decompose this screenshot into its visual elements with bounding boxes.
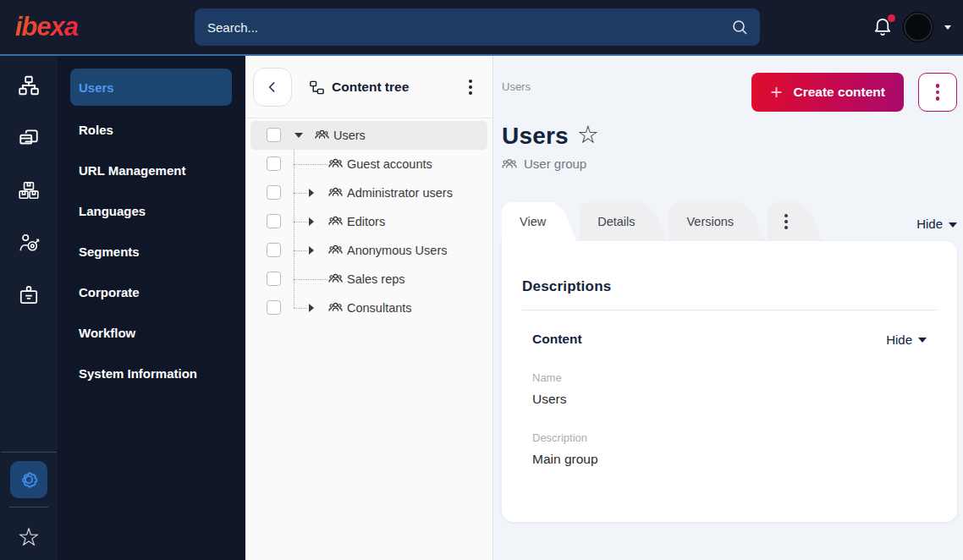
plus-icon	[770, 83, 782, 102]
tree-item-consultants[interactable]: Consultants	[250, 294, 487, 322]
ibexa-logo[interactable]: ibexa	[15, 12, 195, 42]
checkbox[interactable]	[267, 243, 281, 257]
field-label: Description	[532, 431, 927, 444]
content-heading: Content	[532, 332, 582, 347]
tree-item-editors[interactable]: Editors	[250, 207, 487, 236]
descriptions-heading: Descriptions	[522, 278, 937, 295]
top-bar: ibexa	[0, 0, 963, 56]
user-group-icon	[328, 215, 343, 228]
tab-more-button[interactable]	[768, 202, 800, 241]
content-tree-header: Content tree	[245, 56, 493, 107]
main-content: Users Create content Users User group	[493, 56, 963, 560]
gear-icon	[18, 469, 40, 491]
collapse-tree-button[interactable]	[253, 68, 292, 107]
search-input[interactable]	[195, 8, 760, 46]
checkbox[interactable]	[267, 300, 281, 315]
id-badge-icon	[18, 284, 40, 306]
breadcrumb[interactable]: Users	[502, 80, 531, 93]
favorite-star-icon[interactable]	[577, 120, 599, 149]
divider	[522, 310, 937, 310]
tree-item-guest-accounts[interactable]: Guest accounts	[250, 150, 487, 178]
field-label: Name	[532, 371, 927, 384]
topbar-right-cluster	[872, 13, 951, 41]
collapse-caret-icon[interactable]	[294, 133, 303, 138]
expand-caret-icon[interactable]	[309, 189, 314, 197]
user-avatar[interactable]	[904, 13, 933, 41]
checkbox[interactable]	[267, 185, 281, 200]
pages-icon	[18, 127, 40, 149]
settings-button[interactable]	[10, 461, 47, 498]
global-search	[195, 8, 760, 46]
user-group-icon	[328, 157, 343, 170]
sidebar-item-products[interactable]	[18, 179, 40, 201]
hide-tabs-control[interactable]: Hide	[916, 217, 957, 241]
content-type-label: User group	[502, 156, 957, 171]
icon-rail	[0, 56, 58, 560]
chevron-down-icon	[949, 222, 957, 228]
person-target-icon	[18, 232, 40, 254]
expand-caret-icon[interactable]	[309, 304, 314, 312]
sidebar-item-pages[interactable]	[18, 127, 40, 149]
content-options-button[interactable]	[918, 73, 957, 112]
boxes-icon	[18, 179, 40, 201]
tab-details[interactable]: Details	[580, 202, 643, 241]
sidebar-item-roles[interactable]: Roles	[58, 109, 245, 150]
checkbox[interactable]	[267, 272, 281, 286]
sidebar-item-system-information[interactable]: System Information	[58, 353, 245, 393]
expand-caret-icon[interactable]	[309, 217, 314, 226]
content-tree-panel: Content tree Users Guest accounts	[245, 56, 493, 560]
field-name: Name Users	[522, 371, 937, 407]
notifications-button[interactable]	[872, 16, 894, 38]
sitemap-icon	[18, 74, 40, 96]
search-icon[interactable]	[729, 17, 750, 37]
view-panel: Descriptions Content Hide Name Users Des…	[502, 241, 957, 522]
user-menu-caret-icon[interactable]	[944, 25, 951, 30]
user-group-icon	[502, 157, 517, 171]
sidebar-item-languages[interactable]: Languages	[58, 190, 245, 231]
expand-caret-icon[interactable]	[309, 246, 314, 255]
checkbox[interactable]	[267, 128, 281, 142]
sidebar-item-content[interactable]	[18, 74, 40, 96]
tree-item-anonymous-users[interactable]: Anonymous Users	[250, 236, 487, 265]
tree-item-sales-reps[interactable]: Sales reps	[250, 265, 487, 294]
create-content-button[interactable]: Create content	[751, 73, 904, 112]
checkbox[interactable]	[267, 156, 281, 171]
sidebar-item-segments[interactable]: Segments	[58, 231, 245, 272]
chevron-down-icon	[918, 338, 927, 343]
app-window: ibexa	[0, 0, 963, 560]
tree-icon	[309, 80, 325, 96]
user-group-icon	[328, 244, 343, 256]
chevron-left-icon	[264, 79, 281, 96]
sidebar-item-users[interactable]: Users	[70, 69, 232, 106]
tab-view[interactable]: View	[502, 202, 554, 241]
content-tree-title: Content tree	[309, 80, 409, 96]
sidebar-item-url-management[interactable]: URL Management	[58, 150, 245, 190]
tree-options-button[interactable]	[465, 76, 476, 98]
user-group-icon	[328, 272, 343, 285]
tree-item-users[interactable]: Users	[250, 121, 487, 150]
sidebar-item-segments[interactable]	[18, 232, 40, 254]
admin-sidebar: Users Roles URL Management Languages Seg…	[58, 56, 245, 560]
rail-footer	[0, 443, 58, 560]
user-group-icon	[328, 301, 343, 314]
checkbox[interactable]	[267, 214, 281, 228]
rail-divider	[1, 452, 57, 453]
sidebar-item-admin[interactable]	[18, 284, 40, 306]
sidebar-item-corporate[interactable]: Corporate	[58, 272, 245, 312]
field-value: Main group	[532, 452, 927, 467]
tree-item-administrator-users[interactable]: Administrator users	[250, 178, 487, 207]
rail-divider	[9, 507, 48, 508]
tab-bar: View Details Versions Hide	[502, 202, 957, 241]
user-group-icon	[315, 129, 329, 141]
kebab-icon	[784, 214, 788, 229]
user-group-icon	[328, 186, 343, 199]
field-value: Users	[532, 392, 927, 407]
notification-dot	[888, 14, 895, 22]
sidebar-item-workflow[interactable]: Workflow	[58, 312, 245, 353]
page-title: Users	[502, 123, 569, 150]
hide-content-control[interactable]: Hide	[886, 332, 927, 347]
field-description: Description Main group	[522, 431, 937, 467]
tab-versions[interactable]: Versions	[669, 202, 743, 241]
bookmarks-star-icon[interactable]	[18, 524, 41, 550]
content-tree: Users Guest accounts Administrator users	[245, 118, 493, 325]
